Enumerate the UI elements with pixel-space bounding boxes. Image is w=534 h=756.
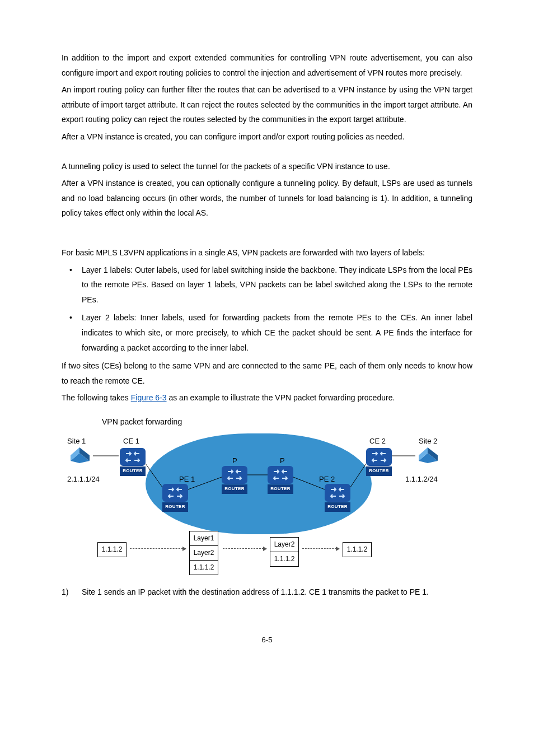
numbered-list-item: 1) Site 1 sends an IP packet with the de… [62,585,472,600]
flow-arrow [302,548,339,549]
vpn-forwarding-diagram: Site 1 CE 1 CE 2 Site 2 2.1.1.1/24 1.1.1… [67,433,442,568]
router-caption: ROUTER [268,484,293,493]
ce1-router-icon: ROUTER [120,448,146,475]
flow-arrow [223,548,266,549]
ip-right-label: 1.1.1.2/24 [405,473,438,487]
paragraph: If two sites (CEs) belong to the same VP… [62,358,472,388]
ce2-router-icon: ROUTER [366,448,392,475]
paragraph: In addition to the import and export ext… [62,50,472,80]
list-text: Site 1 sends an IP packet with the desti… [82,587,429,596]
pe1-router-icon: ROUTER [162,484,188,511]
packet-dst: 1.1.1.2 [189,560,218,575]
site1-label: Site 1 [67,435,86,449]
packet-pe1: Layer1 Layer2 1.1.1.2 [189,531,218,575]
router-caption: ROUTER [325,502,350,511]
ce2-label: CE 2 [369,435,386,449]
p-router-icon: ROUTER [222,466,247,493]
ip-left-label: 2.1.1.1/24 [67,473,100,487]
flow-arrow [130,548,186,549]
figure-link[interactable]: Figure 6-3 [131,393,167,402]
packet-dst: 1.1.1.2 [343,542,372,557]
page-number: 6-5 [62,633,472,647]
router-caption: ROUTER [120,466,146,475]
site2-host-icon [416,447,440,463]
figure-caption: VPN packet forwarding [102,414,472,430]
pe2-router-icon: ROUTER [325,484,350,511]
packet-layer2: Layer2 [270,537,299,552]
list-number: 1) [62,585,76,600]
paragraph: A tunneling policy is used to select the… [62,159,472,174]
router-caption: ROUTER [222,484,247,493]
paragraph: After a VPN instance is created, you can… [62,176,472,221]
packet-layer2: Layer2 [189,545,218,561]
ce1-label: CE 1 [123,435,139,449]
text: as an example to illustrate the VPN pack… [167,393,395,402]
p-router-icon: ROUTER [268,466,293,493]
packet-layer1: Layer1 [189,531,218,546]
list-item: Layer 2 labels: Inner labels, used for f… [62,310,472,355]
paragraph: For basic MPLS L3VPN applications in a s… [62,245,472,260]
paragraph: An import routing policy can further fil… [62,82,472,127]
packet-pe2: Layer2 1.1.1.2 [270,538,299,567]
paragraph: The following takes Figure 6-3 as an exa… [62,390,472,405]
packet-dst: 1.1.1.2 [97,542,127,557]
paragraph: After a VPN instance is created, you can… [62,129,472,144]
list-item: Layer 1 labels: Outer labels, used for l… [62,263,472,307]
packet-dst: 1.1.1.2 [270,552,299,567]
site1-host-icon [68,447,92,463]
packet-dst-only: 1.1.1.2 [343,543,372,557]
packet-src: 1.1.1.2 [97,543,127,557]
text: The following takes [62,393,131,402]
site2-label: Site 2 [419,435,437,449]
router-caption: ROUTER [366,466,392,475]
router-caption: ROUTER [162,502,188,511]
